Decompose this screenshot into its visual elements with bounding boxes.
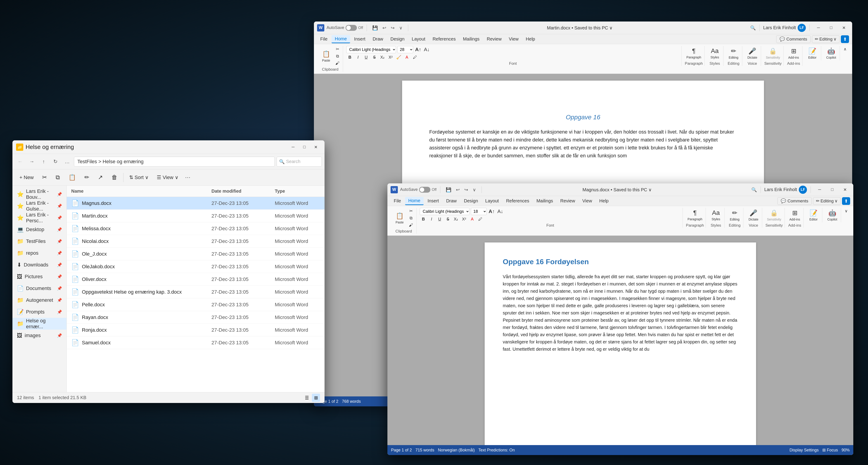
menu-file-magnus[interactable]: File [391, 197, 404, 205]
copy-btn-magnus[interactable]: ⧉ [407, 215, 414, 221]
menu-view-magnus[interactable]: View [579, 197, 595, 205]
file-row-olejakob[interactable]: 📄 OleJakob.docx 27-Dec-23 13:05 Microsof… [67, 260, 324, 273]
redo-btn-martin[interactable]: ↪ [389, 24, 397, 31]
fe-new-btn[interactable]: + New [16, 173, 37, 182]
menu-help-magnus[interactable]: Help [596, 197, 612, 205]
fe-back-btn[interactable]: ← [15, 157, 25, 167]
menu-help-martin[interactable]: Help [523, 35, 538, 43]
editing-btn-martin[interactable]: ✏ Editing ∨ [812, 35, 839, 43]
clear-format-martin[interactable]: 🧹 [395, 54, 402, 60]
search-martin[interactable]: 🔍 [750, 25, 756, 31]
menu-design-martin[interactable]: Design [387, 35, 407, 43]
maximize-btn-magnus[interactable]: □ [827, 186, 837, 193]
bold-btn-martin[interactable]: B [346, 54, 353, 60]
fe-maximize-btn[interactable]: □ [299, 144, 310, 151]
editor-btn-martin[interactable]: 📝 Editor [806, 46, 819, 60]
menu-design-magnus[interactable]: Design [461, 197, 481, 205]
editing-btn-magnus[interactable]: ✏ Editing ∨ [813, 197, 841, 205]
menu-references-magnus[interactable]: References [503, 197, 532, 205]
editing-ribbon-btn-martin[interactable]: ✏ Editing [727, 46, 740, 60]
more-undo-magnus[interactable]: ∨ [471, 186, 478, 193]
superscript-btn-martin[interactable]: X² [387, 54, 394, 60]
fe-sort-btn[interactable]: ⇅ Sort ∨ [126, 173, 152, 182]
cut-btn-magnus[interactable]: ✂ [407, 208, 414, 214]
menu-insert-magnus[interactable]: Insert [425, 197, 442, 205]
close-btn-martin[interactable]: ✕ [839, 24, 849, 31]
save-icon-magnus[interactable]: 💾 [444, 186, 453, 193]
fe-search-box[interactable]: 🔍 Search [277, 157, 322, 167]
editor-btn-magnus[interactable]: 📝 Editor [807, 208, 820, 222]
fe-up-btn[interactable]: ↑ [39, 157, 49, 167]
share-btn-martin[interactable]: ⬆ [841, 35, 849, 43]
file-row-pelle[interactable]: 📄 Pelle.docx 27-Dec-23 13:05 Microsoft W… [67, 298, 324, 311]
file-row-martin[interactable]: 📄 Martin.docx 27-Dec-23 13:05 Microsoft … [67, 210, 324, 222]
sidebar-item-downloads[interactable]: ⬇ Downloads 📌 [12, 259, 66, 271]
save-icon-martin[interactable]: 💾 [370, 24, 380, 31]
fe-address-bar[interactable]: TestFiles > Helse og ernæring [74, 157, 275, 167]
word-document-magnus[interactable]: Oppgave 16 Fordøyelsen Vårt fordøyelsess… [388, 236, 853, 445]
file-row-oppgavetekst[interactable]: 📄 Oppgavetekst Helse og ernæring kap. 3.… [67, 286, 324, 298]
fe-refresh-btn[interactable]: ↻ [51, 157, 60, 167]
menu-draw-martin[interactable]: Draw [370, 35, 386, 43]
share-btn-magnus[interactable]: ⬆ [842, 197, 850, 205]
sidebar-item-images[interactable]: 🖼 images 📌 [12, 330, 66, 341]
search-magnus[interactable]: 🔍 [751, 187, 757, 193]
paste-btn-magnus[interactable]: 📋 Paste [393, 211, 406, 225]
fe-paste-btn[interactable]: 📋 [65, 172, 80, 183]
fe-view-btn[interactable]: ☰ View ∨ [153, 173, 182, 182]
maximize-btn-martin[interactable]: □ [826, 24, 836, 31]
highlight-magnus[interactable]: 🖊 [477, 216, 484, 222]
copilot-btn-magnus[interactable]: 🤖 Copilot [826, 208, 839, 222]
editing-ribbon-btn-magnus[interactable]: ✏ Editing [728, 208, 741, 222]
close-btn-magnus[interactable]: ✕ [840, 186, 850, 193]
sidebar-item-pictures[interactable]: 🖼 Pictures 📌 [12, 271, 66, 283]
menu-home-magnus[interactable]: Home [405, 197, 423, 205]
shrink-font-martin[interactable]: A↓ [423, 47, 430, 53]
sidebar-item-bouv[interactable]: ⭐ Lars Erik - Bouv... 📌 [12, 188, 66, 200]
styles-btn-magnus[interactable]: Aa Styles [709, 208, 722, 222]
ribbon-collapse-martin[interactable]: ∧ [841, 46, 848, 52]
fe-close-btn[interactable]: ✕ [311, 144, 321, 151]
file-row-oliver[interactable]: 📄 Oliver.docx 27-Dec-23 13:05 Microsoft … [67, 273, 324, 286]
paragraph-btn-martin[interactable]: ¶ Paragraph [687, 46, 701, 60]
file-row-olej[interactable]: 📄 Ole_J.docx 27-Dec-23 13:05 Microsoft W… [67, 248, 324, 260]
menu-layout-martin[interactable]: Layout [409, 35, 429, 43]
subscript-btn-martin[interactable]: X₂ [379, 54, 386, 60]
subscript-btn-magnus[interactable]: X₂ [452, 216, 460, 222]
redo-btn-magnus[interactable]: ↪ [463, 186, 470, 193]
autosave-toggle-magnus[interactable] [419, 187, 430, 193]
sidebar-item-testfiles[interactable]: 📁 TestFiles 📌 [12, 235, 66, 247]
file-row-rayan[interactable]: 📄 Rayan.docx 27-Dec-23 13:05 Microsoft W… [67, 311, 324, 324]
sidebar-item-autogeneret[interactable]: 📁 Autogeneret 📌 [12, 294, 66, 306]
dictate-btn-martin[interactable]: 🎤 Dictate [745, 46, 759, 60]
strikethrough-btn-magnus[interactable]: S̶ [444, 216, 452, 222]
dictate-btn-magnus[interactable]: 🎤 Dictate [747, 208, 760, 222]
menu-home-martin[interactable]: Home [332, 35, 350, 43]
focus-btn-magnus[interactable]: ⊞ Focus [822, 447, 838, 453]
highlight-martin[interactable]: 🖊 [411, 54, 418, 60]
styles-btn-martin[interactable]: Aa Styles [708, 46, 721, 60]
file-row-magnus[interactable]: 📄 Magnus.docx 27-Dec-23 13:05 Microsoft … [67, 197, 324, 210]
menu-mailings-martin[interactable]: Mailings [460, 35, 483, 43]
grow-font-martin[interactable]: A↑ [414, 47, 422, 53]
menu-view-martin[interactable]: View [506, 35, 522, 43]
menu-references-martin[interactable]: References [430, 35, 459, 43]
sensitivity-btn-martin[interactable]: 🔒 Sensitivity [766, 46, 780, 60]
comments-btn-magnus[interactable]: 💬 Comments [777, 197, 812, 205]
fe-more-btn[interactable]: ⋯ [183, 173, 192, 182]
menu-file-martin[interactable]: File [317, 35, 331, 43]
superscript-btn-magnus[interactable]: X² [461, 216, 468, 222]
fe-grid-view-btn[interactable]: ⊞ [312, 394, 320, 402]
fe-copy-btn[interactable]: ⧉ [52, 172, 64, 183]
sidebar-item-gulse[interactable]: ⭐ Lars Erik - Gulse... 📌 [12, 200, 66, 212]
menu-insert-martin[interactable]: Insert [351, 35, 369, 43]
italic-btn-magnus[interactable]: I [428, 216, 435, 222]
copy-btn-martin[interactable]: ⧉ [334, 53, 341, 59]
italic-btn-martin[interactable]: I [354, 54, 362, 60]
zoom-magnus[interactable]: 90% [841, 448, 850, 453]
undo-btn-martin[interactable]: ↩ [381, 24, 388, 31]
ribbon-collapse-magnus[interactable]: ∨ [842, 208, 850, 214]
display-settings-magnus[interactable]: Display Settings [789, 448, 819, 453]
font-color-martin[interactable]: A [403, 54, 410, 60]
menu-review-martin[interactable]: Review [484, 35, 505, 43]
